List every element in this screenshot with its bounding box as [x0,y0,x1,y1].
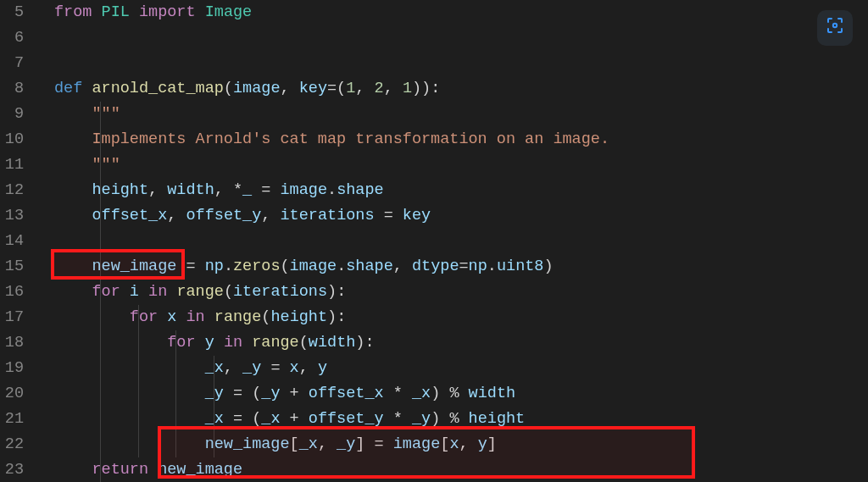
line-number: 15 [0,254,24,280]
code-line[interactable]: new_image[_x, _y] = image[x, y] [54,432,868,457]
line-number: 22 [0,432,24,457]
line-number: 20 [0,381,24,407]
code-line[interactable]: for i in range(iterations): [54,280,868,305]
code-area[interactable]: from PIL import Image def arnold_cat_map… [32,0,868,482]
line-number: 11 [0,152,24,178]
code-editor[interactable]: 5 6 7 8 9 10 11 12 13 14 15 16 17 18 19 … [0,0,868,482]
screenshot-icon [825,15,845,41]
code-line[interactable]: _x = (_x + offset_y * _y) % height [54,407,868,432]
line-number: 18 [0,330,24,356]
line-number: 6 [0,25,24,51]
code-line[interactable]: """ [54,152,868,178]
line-number-gutter: 5 6 7 8 9 10 11 12 13 14 15 16 17 18 19 … [0,0,32,482]
code-line[interactable]: _x, _y = x, y [54,356,868,381]
code-line[interactable] [54,51,868,76]
code-line[interactable] [54,229,868,254]
code-line[interactable]: height, width, *_ = image.shape [54,178,868,203]
line-number: 19 [0,356,24,381]
line-number: 10 [0,127,24,152]
line-number: 14 [0,229,24,254]
line-number: 9 [0,102,24,127]
line-number: 17 [0,305,24,330]
code-line[interactable]: from PIL import Image [54,0,868,25]
line-number: 5 [0,0,24,25]
screenshot-button[interactable] [817,10,853,46]
code-line[interactable] [54,25,868,51]
code-line[interactable]: def arnold_cat_map(image, key=(1, 2, 1))… [54,76,868,102]
line-number: 21 [0,407,24,432]
line-number: 23 [0,457,24,482]
code-line[interactable]: for x in range(height): [54,305,868,330]
code-line[interactable]: return new_image [54,457,868,482]
code-line[interactable]: """ [54,102,868,127]
code-line[interactable]: for y in range(width): [54,330,868,356]
code-line[interactable]: offset_x, offset_y, iterations = key [54,203,868,229]
line-number: 16 [0,280,24,305]
line-number: 8 [0,76,24,102]
code-line[interactable]: new_image = np.zeros(image.shape, dtype=… [54,254,868,280]
line-number: 7 [0,51,24,76]
svg-point-0 [833,24,837,27]
line-number: 13 [0,203,24,229]
line-number: 12 [0,178,24,203]
code-line[interactable]: Implements Arnold's cat map transformati… [54,127,868,152]
code-line[interactable]: _y = (_y + offset_x * _x) % width [54,381,868,407]
